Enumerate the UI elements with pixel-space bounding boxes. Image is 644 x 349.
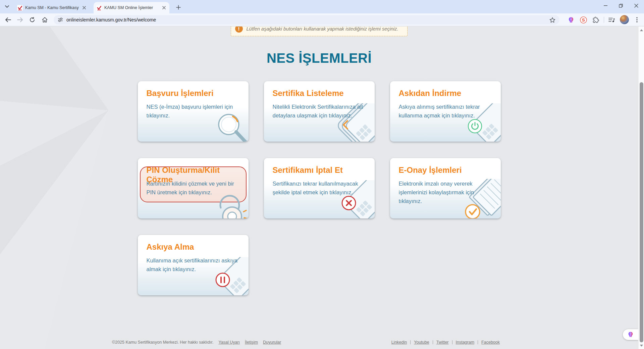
browser-toolbar: onlineislemler.kamusm.gov.tr/Nes/welcome… <box>0 13 644 26</box>
restore-icon <box>619 4 623 8</box>
ai-assistant-extension-button[interactable] <box>566 15 576 25</box>
card-description: Kartınızın kilidini çözmek ve yeni bir P… <box>147 179 242 197</box>
window-controls <box>598 0 644 11</box>
tab-kamusm-online-islemler[interactable]: KAMU SM Online İşlemler <box>94 2 169 13</box>
s-extension-button[interactable]: S <box>578 15 588 25</box>
toolbar-separator <box>604 17 604 23</box>
page-scrollbar[interactable] <box>638 27 644 349</box>
home-icon <box>42 17 48 22</box>
card-description: Kullanıma açık sertifikalarınızı askıya … <box>147 256 242 273</box>
card-description: NES (e-İmza) başvuru işlemleri için tıkl… <box>147 102 242 120</box>
card-description: Elektronik imzalı onay vererek işlemleri… <box>399 179 494 205</box>
tab-search-button[interactable] <box>3 3 11 10</box>
kamusm-logo-icon <box>96 5 102 11</box>
page-content: ! Lütfen aşağıdaki butonları kullanarak … <box>0 27 638 349</box>
tab-title: KAMU SM Online İşlemler <box>104 5 159 10</box>
maximize-button[interactable] <box>613 0 629 11</box>
card-basvuru-islemleri[interactable]: Başvuru İşlemleri NES (e-İmza) başvuru i… <box>138 81 249 142</box>
back-icon <box>5 17 11 22</box>
card-title: Askıya Alma <box>147 242 194 252</box>
ai-assistant-floating-button[interactable] <box>623 329 638 340</box>
tab-close-button[interactable] <box>161 5 167 11</box>
card-pin-olusturma-kilit-cozme[interactable]: PIN Oluşturma/Kilit Çözme Kartınızın kil… <box>138 158 249 218</box>
plus-icon <box>176 5 181 10</box>
separator <box>452 340 452 344</box>
page-footer: ©2025 Kamu Sertifikasyon Merkezi. Her ha… <box>0 337 638 349</box>
warning-icon: ! <box>235 27 243 33</box>
tab-kamusm-home[interactable]: Kamu SM - Kamu Sertifikasyon <box>14 2 90 13</box>
svg-text:S: S <box>582 17 585 22</box>
operations-grid: Başvuru İşlemleri NES (e-İmza) başvuru i… <box>138 81 501 295</box>
card-e-onay-islemleri[interactable]: E-Onay İşlemleri Elektronik imzalı onay … <box>390 158 501 218</box>
info-alert: ! Lütfen aşağıdaki butonları kullanarak … <box>231 27 408 36</box>
card-description: Askıya alınmış sertifikanızı tekrar kull… <box>399 102 494 120</box>
kebab-menu-icon <box>636 17 638 22</box>
card-sertifikami-iptal-et[interactable]: Sertifikamı İptal Et Sertifikanızı tekra… <box>264 158 375 218</box>
minimize-icon <box>604 5 607 6</box>
s-logo-icon: S <box>580 16 587 23</box>
card-askiya-alma[interactable]: Askıya Alma Kullanıma açık sertifikaları… <box>138 235 249 295</box>
close-button[interactable] <box>629 0 644 11</box>
profile-avatar[interactable] <box>620 15 629 24</box>
copyright-text: ©2025 Kamu Sertifikasyon Merkezi. Her ha… <box>112 340 213 345</box>
chevron-down-icon <box>5 5 9 8</box>
brain-icon <box>627 331 634 338</box>
arrow-down-icon <box>640 345 643 347</box>
social-link-twitter[interactable]: Twitter <box>436 340 449 345</box>
separator <box>478 340 478 344</box>
page-title: NES İŞLEMLERİ <box>0 51 638 66</box>
minimize-button[interactable] <box>598 0 613 11</box>
social-link-instagram[interactable]: Instagram <box>456 340 475 345</box>
scrollbar-up-button[interactable] <box>639 27 644 33</box>
extensions-button[interactable] <box>591 15 601 25</box>
scrollbar-thumb[interactable] <box>640 82 643 342</box>
tab-title: Kamu SM - Kamu Sertifikasyon <box>25 5 79 10</box>
card-title: Sertifikamı İptal Et <box>273 165 343 175</box>
address-bar[interactable]: onlineislemler.kamusm.gov.tr/Nes/welcome <box>54 15 559 24</box>
browser-menu-button[interactable] <box>632 15 642 25</box>
bookmark-star-icon[interactable] <box>549 17 555 23</box>
media-playlist-icon <box>608 17 615 22</box>
brain-icon <box>568 16 575 23</box>
forward-button[interactable] <box>15 14 25 25</box>
card-title: E-Onay İşlemleri <box>399 165 462 175</box>
separator <box>433 340 433 344</box>
tab-strip: Kamu SM - Kamu Sertifikasyon KAMU SM Onl… <box>0 0 644 13</box>
forward-icon <box>17 17 23 22</box>
reload-icon <box>30 17 35 22</box>
close-icon <box>83 6 86 9</box>
footer-link-iletisim[interactable]: İletişim <box>245 340 258 345</box>
new-tab-button[interactable] <box>174 3 182 11</box>
media-controls-button[interactable] <box>606 15 616 25</box>
card-title: Sertifika Listeleme <box>273 89 344 98</box>
tab-close-button[interactable] <box>81 5 87 11</box>
card-askidan-indirme[interactable]: Askıdan İndirme Askıya alınmış sertifika… <box>390 81 501 142</box>
site-settings-icon <box>58 17 63 22</box>
close-icon <box>162 6 166 9</box>
card-description: Nitelikli Elektronik Sertifikalarınıza a… <box>273 102 368 120</box>
scrollbar-down-button[interactable] <box>639 343 644 348</box>
card-title: Başvuru İşlemleri <box>147 89 214 98</box>
social-link-linkedin[interactable]: Linkedin <box>391 340 407 345</box>
social-link-facebook[interactable]: Facebook <box>481 340 500 345</box>
footer-link-duyurular[interactable]: Duyurular <box>263 340 281 345</box>
social-link-youtube[interactable]: Youtube <box>414 340 429 345</box>
alert-text: Lütfen aşağıdaki butonları kullanarak ya… <box>247 27 398 32</box>
separator <box>410 340 411 344</box>
footer-link-yasal-uyari[interactable]: Yasal Uyarı <box>218 340 240 345</box>
card-description: Sertifikanızı tekrar kullanılmayacak şek… <box>273 179 368 197</box>
home-button[interactable] <box>39 14 50 25</box>
card-title: Askıdan İndirme <box>399 89 462 98</box>
reload-button[interactable] <box>27 14 38 25</box>
back-button[interactable] <box>3 14 13 25</box>
card-sertifika-listeleme[interactable]: Sertifika Listeleme Nitelikli Elektronik… <box>264 81 375 142</box>
close-icon <box>634 4 638 8</box>
arrow-up-icon <box>640 29 643 31</box>
url-text: onlineislemler.kamusm.gov.tr/Nes/welcome <box>66 17 549 22</box>
kamusm-logo-icon <box>17 5 23 11</box>
puzzle-icon <box>593 17 599 23</box>
